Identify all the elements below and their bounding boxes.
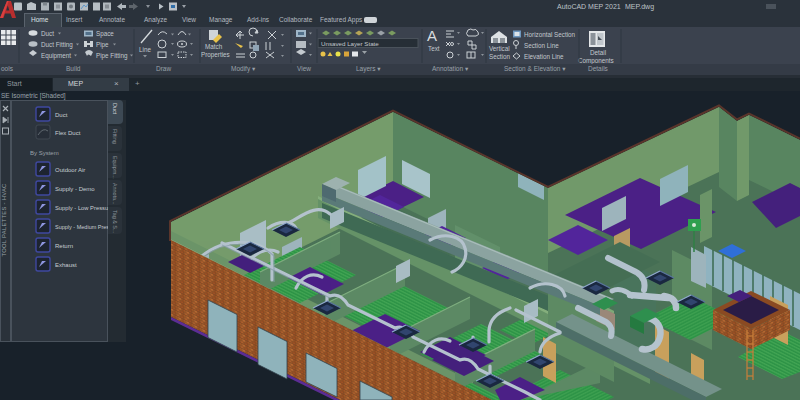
svg-text:Return: Return [55, 243, 73, 249]
svg-text:Supply - Medium Pressure: Supply - Medium Pressure [55, 224, 108, 230]
svg-text:MEP.dwg: MEP.dwg [625, 3, 654, 11]
svg-text:Supply - Low Pressure: Supply - Low Pressure [55, 205, 108, 211]
svg-text:Vertical: Vertical [489, 45, 510, 52]
svg-text:Section Line: Section Line [524, 42, 559, 49]
svg-text:By System: By System [30, 150, 59, 156]
svg-text:Outdoor Air: Outdoor Air [55, 167, 85, 173]
svg-text:Line: Line [139, 46, 151, 53]
svg-text:Exhaust: Exhaust [55, 262, 77, 268]
svg-text:Properties: Properties [201, 51, 230, 59]
svg-text:Match: Match [205, 43, 223, 50]
svg-text:Duct Fitting: Duct Fitting [41, 41, 73, 49]
svg-text:Space: Space [96, 30, 114, 38]
svg-text:Elevation Line: Elevation Line [524, 53, 564, 60]
svg-text:Flex Duct: Flex Duct [55, 130, 81, 136]
svg-text:AutoCAD MEP 2021: AutoCAD MEP 2021 [557, 3, 621, 10]
svg-text:Pipe: Pipe [96, 41, 109, 49]
svg-text:A: A [427, 27, 437, 44]
svg-text:Components: Components [578, 57, 614, 65]
svg-text:Supply - Demo: Supply - Demo [55, 186, 95, 192]
svg-text:Duct: Duct [41, 30, 54, 37]
svg-text:Equipment: Equipment [41, 52, 71, 60]
svg-text:Text: Text [428, 45, 440, 52]
svg-text:Detail: Detail [590, 49, 606, 56]
svg-text:Section: Section [489, 53, 511, 60]
svg-text:Pipe Fitting: Pipe Fitting [96, 52, 128, 60]
svg-text:Unsaved Layer State: Unsaved Layer State [321, 40, 379, 47]
svg-text:Horizontal Section: Horizontal Section [524, 31, 576, 38]
svg-text:Duct: Duct [55, 112, 68, 118]
